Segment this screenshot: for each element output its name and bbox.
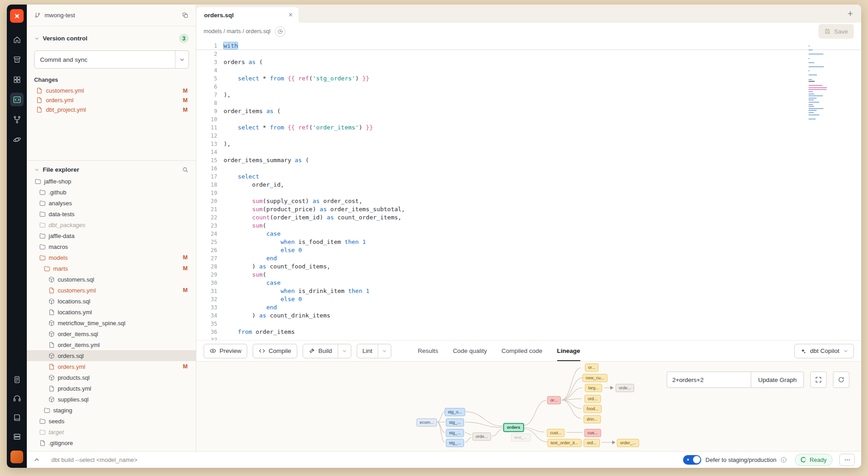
tree-item-dbt_packages[interactable]: dbt_packages [27, 219, 196, 230]
code-line-27[interactable]: 27 end [196, 254, 861, 263]
lineage-node-larg[interactable]: larg... [585, 384, 602, 392]
command-input[interactable]: dbt build --select <model_name> [51, 456, 137, 463]
lineage-node-stg_[interactable]: stg_... [446, 439, 464, 447]
code-line-24[interactable]: 24 case [196, 230, 861, 238]
lineage-node-ord[interactable]: ord... [584, 395, 601, 403]
headset-icon[interactable] [10, 392, 24, 405]
minimap[interactable] [808, 45, 834, 123]
link-icon[interactable] [275, 26, 285, 37]
lineage-node-test_[interactable]: test_... [511, 433, 531, 441]
version-control-header[interactable]: Version control 3 [27, 31, 196, 46]
server-icon[interactable] [10, 430, 24, 443]
changed-file-customers.yml[interactable]: customers.ymlM [27, 86, 196, 95]
preview-button[interactable]: Preview [204, 344, 247, 358]
ide-icon[interactable] [10, 93, 24, 106]
code-line-34[interactable]: 34 ) as count_drink_items [196, 312, 861, 320]
tree-item-products.yml[interactable]: products.yml [27, 383, 196, 394]
tree-item-staging[interactable]: staging [27, 405, 196, 416]
tree-item-macros[interactable]: macros [27, 241, 196, 252]
lineage-node-cus[interactable]: cus... [584, 429, 601, 437]
tab-results[interactable]: Results [418, 341, 438, 361]
ellipsis-menu-button[interactable] [839, 454, 855, 466]
grid-icon[interactable] [10, 73, 24, 86]
fullscreen-button[interactable] [810, 372, 827, 388]
changed-file-dbt_project.yml[interactable]: dbt_project.ymlM [27, 105, 196, 114]
avatar[interactable] [10, 451, 23, 463]
tree-item-jaffle-data[interactable]: jaffle-data [27, 230, 196, 241]
code-editor[interactable]: 1with23orders as (45 select * from {{ re… [196, 40, 861, 340]
code-line-9[interactable]: 9order_items as ( [196, 107, 861, 115]
lineage-node-food[interactable]: food... [584, 405, 602, 413]
search-icon[interactable] [182, 166, 189, 173]
tree-item-order_items.yml[interactable]: order_items.yml [27, 339, 196, 350]
tab-lineage[interactable]: Lineage [557, 341, 580, 361]
code-line-11[interactable]: 11 select * from {{ ref('order_items') }… [196, 124, 861, 132]
update-graph-button[interactable]: Update Graph [751, 372, 804, 388]
build-button[interactable]: Build [303, 344, 351, 358]
copy-icon[interactable] [182, 12, 189, 19]
tree-item-customers.yml[interactable]: customers.ymlM [27, 285, 196, 296]
orbit-icon[interactable] [10, 133, 24, 146]
code-line-16[interactable]: 16 [196, 164, 861, 173]
code-line-8[interactable]: 8 [196, 99, 861, 107]
tree-item-products.sql[interactable]: products.sql [27, 372, 196, 383]
code-line-22[interactable]: 22 count(order_item_id) as count_order_i… [196, 213, 861, 222]
lineage-node-stg_o[interactable]: stg_o... [444, 408, 465, 416]
tab-compiled-code[interactable]: Compiled code [501, 341, 542, 361]
tree-item-supplies.sql[interactable]: supplies.sql [27, 394, 196, 405]
build-dropdown-chevron[interactable] [338, 344, 351, 358]
compile-button[interactable]: Compile [253, 344, 297, 358]
lineage-node-stg_[interactable]: stg_... [446, 429, 464, 437]
code-line-15[interactable]: 15order_items_summary as ( [196, 156, 861, 164]
lineage-node-drin[interactable]: drin... [584, 415, 601, 423]
commit-and-sync-button[interactable]: Commit and sync [34, 50, 189, 69]
info-icon[interactable] [780, 456, 787, 463]
tree-item-jaffle-shop[interactable]: jaffle-shop [27, 176, 196, 187]
code-line-23[interactable]: 23 sum( [196, 222, 861, 230]
tree-item-marts[interactable]: martsM [27, 263, 196, 274]
code-line-1[interactable]: 1with [196, 42, 861, 50]
tab-orders-sql[interactable]: orders.sql × [196, 7, 299, 23]
code-line-28[interactable]: 28 ) as count_food_items, [196, 263, 861, 271]
dbt-copilot-button[interactable]: dbt Copilot [794, 344, 854, 358]
save-button[interactable]: Save [818, 24, 854, 39]
close-icon[interactable]: × [289, 11, 293, 19]
code-line-33[interactable]: 33 end [196, 303, 861, 312]
lineage-node-ecom[interactable]: ecom... [416, 418, 437, 426]
tree-item-target[interactable]: target [27, 426, 196, 437]
new-tab-button[interactable] [847, 10, 854, 17]
chevron-up-icon[interactable] [33, 456, 40, 463]
lineage-node-test_order_it[interactable]: test_order_it... [548, 439, 582, 447]
lineage-node-orde[interactable]: orde... [616, 384, 634, 392]
tree-item-.github[interactable]: .github [27, 187, 196, 198]
lineage-node-orde[interactable]: orde... [473, 432, 491, 441]
lint-button[interactable]: Lint [357, 344, 392, 358]
tree-item-data-tests[interactable]: data-tests [27, 208, 196, 219]
tree-item-locations.yml[interactable]: locations.yml [27, 307, 196, 317]
tree-item-.gitignore[interactable]: .gitignore [27, 437, 196, 448]
lineage-panel[interactable]: ecom...stg_o...stg_...stg_...stg_...orde… [196, 361, 861, 451]
tree-item-analyses[interactable]: analyses [27, 198, 196, 208]
tree-item-orders.yml[interactable]: orders.ymlM [27, 361, 196, 372]
code-line-37[interactable]: 37 [196, 336, 861, 340]
tree-item-models[interactable]: modelsM [27, 252, 196, 263]
code-line-6[interactable]: 6 [196, 83, 861, 91]
code-line-13[interactable]: 13), [196, 140, 861, 148]
code-line-12[interactable]: 12 [196, 132, 861, 140]
tree-item-order_items.sql[interactable]: order_items.sql [27, 328, 196, 339]
code-line-25[interactable]: 25 when is_food_item then 1 [196, 238, 861, 246]
code-line-10[interactable]: 10 [196, 115, 861, 124]
code-line-17[interactable]: 17 select [196, 173, 861, 181]
code-line-26[interactable]: 26 else 0 [196, 246, 861, 254]
code-line-30[interactable]: 30 case [196, 279, 861, 287]
tree-item-metricflow_time_spine.sql[interactable]: metricflow_time_spine.sql [27, 317, 196, 328]
code-line-31[interactable]: 31 when is_drink_item then 1 [196, 287, 861, 295]
tasks-icon[interactable] [10, 372, 24, 386]
tab-code-quality[interactable]: Code quality [453, 341, 487, 361]
defer-toggle[interactable] [683, 455, 701, 465]
commit-dropdown-chevron[interactable] [175, 51, 189, 68]
home-icon[interactable] [10, 33, 24, 46]
tree-item-seeds[interactable]: seeds [27, 416, 196, 426]
code-line-21[interactable]: 21 sum(product_price) as order_items_sub… [196, 205, 861, 213]
fork-icon[interactable] [10, 113, 24, 126]
